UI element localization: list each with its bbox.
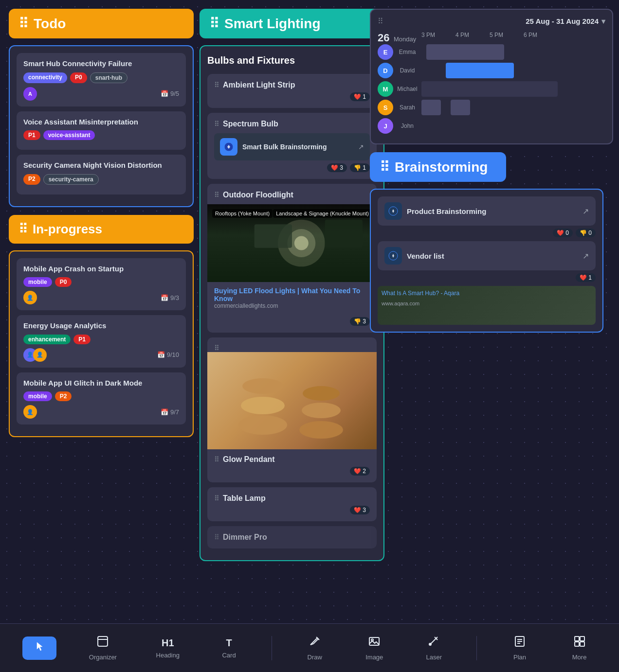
vendor-link-text[interactable]: What Is A Smart Hub? - Aqara xyxy=(378,286,596,301)
brain-item-vendor[interactable]: Vendor list ↗ xyxy=(378,241,596,270)
organizer-tool[interactable]: Organizer xyxy=(82,631,124,665)
reactions: ❤️ 3 xyxy=(214,506,370,514)
time-3pm: 3 PM xyxy=(421,32,455,44)
draw-tool[interactable]: Draw xyxy=(298,631,332,665)
glow-header: ⠿ xyxy=(207,337,377,352)
floodlight-card-body: Buying LED Flood Lights | What You Need … xyxy=(207,282,377,314)
item-name: Glow Pendant xyxy=(223,455,275,464)
cal-name-emma: Emma xyxy=(396,49,419,55)
todo-label: Todo xyxy=(34,16,66,32)
brain-item-title: Vendor list xyxy=(407,252,578,260)
cal-event-emma xyxy=(426,44,504,60)
floodlight-source: commercialledlights.com xyxy=(214,302,370,309)
date-badge: 📅 9/7 xyxy=(161,408,179,416)
chevron-down-icon[interactable]: ▾ xyxy=(601,17,605,26)
cal-row-emma: E Emma xyxy=(378,44,605,60)
card-smart-hub[interactable]: Smart Hub Connectivity Failure connectiv… xyxy=(17,53,186,106)
cal-day-name: Monday xyxy=(394,35,416,43)
brain-external-link-icon[interactable]: ↗ xyxy=(583,207,589,216)
light-item-spectrum[interactable]: ⠿ Spectrum Bulb Smart Bulk Brainstorming… xyxy=(207,113,377,179)
brainstorming-panel: Product Brainstorming ↗ ❤️ 0 👎 0 Vendor … xyxy=(370,189,603,333)
cal-avatar-sarah: S xyxy=(378,100,393,115)
right-column: ⠿ 25 Aug - 31 Aug 2024 ▾ 26 Monday 3 PM … xyxy=(370,9,613,340)
toolbar-divider-1 xyxy=(272,636,272,660)
vendor-external-link-icon[interactable]: ↗ xyxy=(583,251,589,261)
card-dark-mode[interactable]: Mobile App UI Glitch in Dark Mode mobile… xyxy=(17,372,186,425)
light-item-glow[interactable]: ⠿ ⠿ xyxy=(207,337,377,482)
cal-row-michael: M Michael xyxy=(378,81,605,97)
card-title: Smart Hub Connectivity Failure xyxy=(23,59,179,69)
time-6pm: 6 PM xyxy=(524,32,558,44)
card-title: Mobile App Crash on Startup xyxy=(23,264,179,274)
brain-item-product[interactable]: Product Brainstorming ↗ xyxy=(378,196,596,226)
card-security-camera[interactable]: Security Camera Night Vision Distortion … xyxy=(17,155,186,195)
brainstorming-header[interactable]: ⠿ Brainstorming xyxy=(370,152,506,182)
tag-list: connectivity P0 snart-hub xyxy=(23,72,179,83)
todo-header[interactable]: ⠿ Todo xyxy=(9,9,194,38)
drag-handle[interactable]: ⠿ xyxy=(214,81,219,89)
vendor-image-placeholder: What Is A Smart Hub? - Aqara www.aqara.c… xyxy=(378,286,596,325)
thumbdown-reaction: 👎 1 xyxy=(350,163,370,172)
calendar-icon: 📅 xyxy=(157,351,165,358)
card-tool[interactable]: T Card xyxy=(212,634,246,663)
light-item-title: ⠿ Outdoor Floodlight xyxy=(214,191,370,199)
plan-tool[interactable]: Plan xyxy=(503,631,537,665)
tag-enhancement: enhancement xyxy=(23,335,71,344)
vendor-source: www.aqara.com xyxy=(378,301,596,306)
light-item-floodlight[interactable]: ⠿ Outdoor Floodlight xyxy=(207,184,377,333)
time-5pm: 5 PM xyxy=(490,32,524,44)
light-item-ambient[interactable]: ⠿ Ambient Light Strip ❤️ 1 xyxy=(207,74,377,108)
sub-card-brainstorming[interactable]: Smart Bulk Brainstorming ↗ xyxy=(214,133,370,160)
drag-handle[interactable]: ⠿ xyxy=(214,191,219,199)
inprogress-grid-icon: ⠿ xyxy=(18,222,28,237)
svg-point-9 xyxy=(299,421,343,439)
inprogress-header[interactable]: ⠿ In-progress xyxy=(9,215,194,244)
item-name: Dimmer Pro xyxy=(223,533,267,542)
avatar: 👤 xyxy=(23,405,37,419)
card-icon: T xyxy=(226,637,232,649)
heart-reaction: ❤️ 3 xyxy=(350,506,370,514)
svg-point-10 xyxy=(302,403,341,418)
date-value: 9/5 xyxy=(170,90,179,97)
calendar-title: 25 Aug - 31 Aug 2024 ▾ xyxy=(526,17,605,26)
cal-blocks-david xyxy=(421,63,605,78)
svg-rect-23 xyxy=(575,637,579,641)
drag-handle[interactable]: ⠿ xyxy=(214,120,219,128)
brain-reactions-product: ❤️ 0 👎 0 xyxy=(378,229,596,237)
tag-list: mobile P2 xyxy=(23,391,179,401)
tag-p2: P2 xyxy=(55,391,72,401)
svg-point-11 xyxy=(303,386,340,401)
draw-icon xyxy=(309,635,321,651)
drag-handle[interactable]: ⠿ xyxy=(214,495,219,502)
card-mobile-crash[interactable]: Mobile App Crash on Startup mobile P0 👤 … xyxy=(17,258,186,311)
calendar-icon: 📅 xyxy=(161,294,168,301)
floodlight-header: ⠿ Outdoor Floodlight xyxy=(207,184,377,199)
light-item-dimmer[interactable]: ⠿ Dimmer Pro xyxy=(207,526,377,548)
more-label: More xyxy=(572,654,587,661)
tag-p1: P1 xyxy=(73,335,91,344)
drag-handle[interactable]: ⠿ xyxy=(214,533,219,541)
calendar-icon: 📅 xyxy=(161,90,168,97)
drag-handle[interactable]: ⠿ xyxy=(214,344,219,352)
brain-icon xyxy=(384,202,402,220)
todo-column: ⠿ Todo Smart Hub Connectivity Failure co… xyxy=(9,9,194,445)
heading-label: Heading xyxy=(156,652,180,659)
light-item-table-lamp[interactable]: ⠿ Table Lamp ❤️ 3 xyxy=(207,487,377,521)
hand-tool[interactable] xyxy=(22,637,56,660)
reactions: ❤️ 1 xyxy=(214,92,370,101)
avatar: 👤 xyxy=(23,291,37,304)
smart-lighting-header[interactable]: ⠿ Smart Lighting xyxy=(200,9,384,38)
floodlight-link[interactable]: Buying LED Flood Lights | What You Need … xyxy=(214,287,370,302)
cal-row-john: J John xyxy=(378,118,605,134)
toolbar-divider-2 xyxy=(476,636,477,660)
heading-tool[interactable]: H1 Heading xyxy=(149,634,186,663)
cal-event-david xyxy=(446,63,514,78)
external-link-icon[interactable]: ↗ xyxy=(358,143,364,151)
laser-tool[interactable]: Laser xyxy=(417,631,451,665)
thumbdown-0: 👎 0 xyxy=(576,229,596,237)
card-voice-assistant[interactable]: Voice Assistant Misinterpretation P1 voi… xyxy=(17,111,186,150)
drag-handle[interactable]: ⠿ xyxy=(214,456,219,463)
card-energy[interactable]: Energy Usage Analytics enhancement P1 👤 … xyxy=(17,315,186,368)
image-tool[interactable]: Image xyxy=(357,631,391,665)
more-tool[interactable]: More xyxy=(563,631,597,665)
